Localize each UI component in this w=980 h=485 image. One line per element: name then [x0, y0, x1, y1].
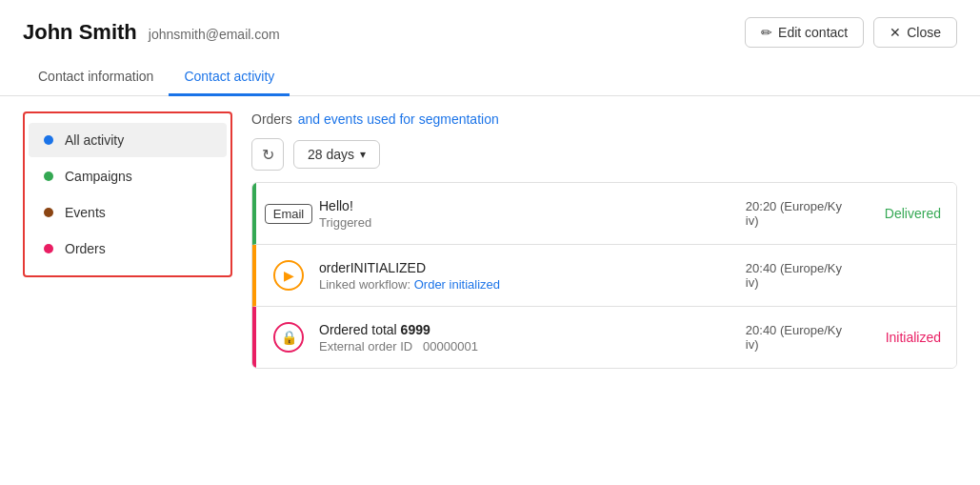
activity-subtitle-total: External order ID 00000001	[319, 339, 732, 354]
activity-subtitle-order: Linked workflow: Order initialized	[319, 277, 732, 292]
order-initialized-link[interactable]: Order initialized	[414, 277, 500, 292]
activity-time-email: 20:20 (Europe/Kyiv)	[746, 199, 842, 228]
activity-subtitle-email: Triggered	[319, 215, 732, 230]
refresh-button[interactable]: ↻	[251, 138, 284, 171]
contact-name: John Smith	[23, 20, 137, 45]
main-content: All activity Campaigns Events Orders Ord…	[0, 96, 980, 485]
email-icon-wrapper: Email	[271, 196, 306, 231]
dot-blue	[44, 135, 53, 145]
edit-contact-label: Edit contact	[778, 25, 848, 40]
header-actions: ✏ Edit contact ✕ Close	[745, 17, 957, 48]
tabs: Contact information Contact activity	[0, 59, 980, 96]
sidebar-label-orders: Orders	[65, 241, 106, 256]
activity-controls: ↻ 28 days ▾	[251, 138, 957, 171]
contact-email: johnsmith@email.com	[149, 27, 280, 42]
close-icon: ✕	[890, 25, 901, 40]
play-icon-wrapper: ▶	[271, 258, 306, 293]
activity-title-total: Ordered total 6999	[319, 322, 732, 337]
dot-brown	[44, 208, 53, 217]
days-dropdown[interactable]: 28 days ▾	[293, 140, 380, 169]
header: John Smith johnsmith@email.com ✏ Edit co…	[0, 0, 980, 48]
activity-status-total: Initialized	[855, 330, 941, 345]
activity-header: Orders and events used for segmentation	[251, 111, 957, 127]
activity-item-order-initialized: ▶ orderINITIALIZED Linked workflow: Orde…	[252, 245, 956, 307]
activity-item-ordered-total: 🔒 Ordered total 6999 External order ID 0…	[252, 307, 956, 368]
activity-panel: Orders and events used for segmentation …	[251, 111, 957, 471]
sidebar-item-all-activity[interactable]: All activity	[29, 123, 227, 157]
chevron-down-icon: ▾	[360, 148, 366, 161]
ordered-total-text: Ordered total	[319, 322, 397, 337]
sidebar-item-orders[interactable]: Orders	[29, 232, 227, 266]
sidebar-item-events[interactable]: Events	[29, 195, 227, 230]
close-button[interactable]: ✕ Close	[873, 17, 957, 48]
activity-time-order: 20:40 (Europe/Kyiv)	[746, 261, 842, 290]
sidebar: All activity Campaigns Events Orders	[23, 111, 232, 277]
activity-time-total: 20:40 (Europe/Kyiv)	[746, 323, 842, 352]
days-label: 28 days	[308, 147, 354, 162]
header-left: John Smith johnsmith@email.com	[23, 20, 280, 45]
lock-icon-wrapper: 🔒	[271, 320, 306, 354]
activity-item-email: Email Hello! Triggered 20:20 (Europe/Kyi…	[252, 183, 956, 245]
edit-icon: ✏	[761, 25, 772, 40]
activity-list: Email Hello! Triggered 20:20 (Europe/Kyi…	[251, 182, 957, 369]
activity-title-email: Hello!	[319, 198, 732, 213]
ordered-total-value: 6999	[401, 322, 430, 337]
play-icon: ▶	[273, 260, 304, 291]
linked-workflow-text: Linked workflow:	[319, 277, 414, 292]
sidebar-item-campaigns[interactable]: Campaigns	[29, 159, 227, 193]
lock-icon: 🔒	[273, 322, 304, 353]
edit-contact-button[interactable]: ✏ Edit contact	[745, 17, 864, 48]
activity-status-email: Delivered	[855, 206, 941, 221]
email-badge: Email	[265, 204, 313, 224]
refresh-icon: ↻	[262, 146, 274, 164]
sidebar-label-all-activity: All activity	[65, 132, 124, 148]
orders-text: Orders	[251, 111, 292, 127]
sidebar-label-events: Events	[65, 205, 106, 220]
tab-contact-information[interactable]: Contact information	[23, 59, 169, 96]
dot-pink	[44, 244, 53, 253]
dot-green	[44, 172, 53, 181]
activity-title-order: orderINITIALIZED	[319, 260, 732, 275]
activity-info-total: Ordered total 6999 External order ID 000…	[319, 322, 732, 354]
activity-info-order: orderINITIALIZED Linked workflow: Order …	[319, 260, 732, 292]
segmentation-link[interactable]: and events used for segmentation	[298, 111, 499, 127]
activity-info-email: Hello! Triggered	[319, 198, 732, 230]
tab-contact-activity[interactable]: Contact activity	[169, 59, 290, 96]
close-label: Close	[907, 25, 941, 40]
sidebar-label-campaigns: Campaigns	[65, 169, 132, 184]
